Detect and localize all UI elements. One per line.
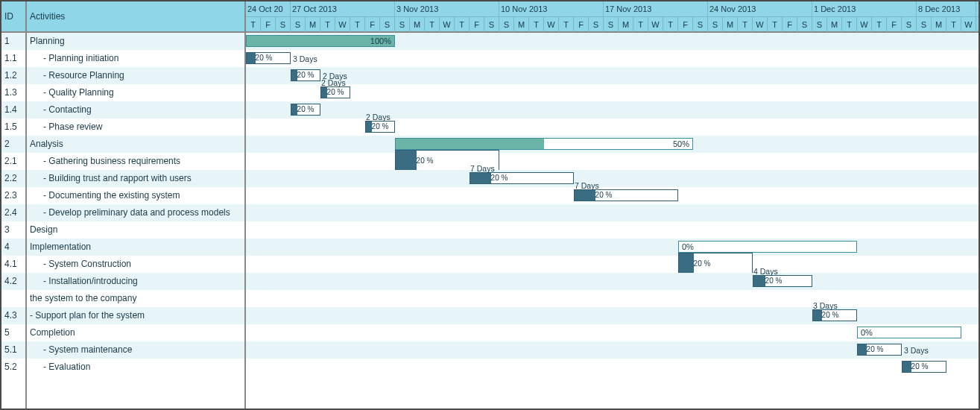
row-id: 1.5: [1, 119, 25, 136]
row-id: 2.4: [1, 204, 25, 221]
day-header: S: [797, 17, 812, 32]
week-header: 24 Oct 20: [246, 1, 291, 16]
column-header-id: ID: [1, 1, 27, 31]
timeline-row: 20 %3 Days: [246, 50, 979, 67]
duration-label: 2 Days: [366, 113, 391, 122]
progress-label: 20 %: [470, 173, 573, 183]
row-activity: - Evaluation: [27, 359, 244, 376]
gantt-header: ID Activities 24 Oct 2027 Oct 20133 Nov …: [1, 1, 979, 33]
week-header: 17 Nov 2013: [604, 1, 708, 16]
row-id: [1, 290, 25, 307]
day-header: W: [335, 17, 350, 32]
timeline-row: 20 %2 Days: [246, 119, 979, 136]
day-header: T: [738, 17, 753, 32]
row-activity: - Resource Planning: [27, 67, 244, 84]
row-activity: - System maintenance: [27, 341, 244, 359]
day-header: M: [723, 17, 738, 32]
day-header: S: [693, 17, 708, 32]
task-bar[interactable]: 20 %2 Days: [365, 121, 395, 133]
task-bar[interactable]: 20 %4 Days: [753, 275, 812, 287]
timeline-row: 20 %4 Days: [246, 273, 979, 290]
row-activity: - Planning initiation: [27, 50, 244, 67]
row-activity: Completion: [27, 324, 244, 341]
progress-label: 20 %: [291, 104, 320, 114]
timeline-row: [246, 221, 979, 239]
duration-label: 3 Days: [293, 54, 317, 63]
timeline-row: 20 %: [246, 359, 979, 376]
row-id: 4.2: [1, 273, 25, 290]
day-header: M: [619, 17, 633, 32]
row-id: 2: [1, 136, 25, 153]
row-id: 2.1: [1, 153, 25, 170]
day-header: T: [633, 17, 648, 32]
id-column: 11.11.21.31.41.522.12.22.32.4344.14.24.3…: [1, 33, 27, 409]
activities-column: Planning- Planning initiation- Resource …: [27, 33, 246, 409]
row-id: 3: [1, 221, 25, 239]
row-activity: Design: [27, 221, 244, 239]
task-bar[interactable]: 20 %: [678, 253, 753, 275]
timeline-row: 20 %2 Days: [246, 84, 979, 101]
row-activity: - System Construction: [27, 256, 244, 273]
progress-label: 20 %: [679, 253, 752, 274]
day-header: F: [678, 17, 693, 32]
summary-bar[interactable]: 100%: [246, 35, 395, 47]
day-header: T: [872, 17, 887, 32]
duration-label: 3 Days: [813, 301, 838, 310]
day-header: S: [917, 17, 932, 32]
task-bar[interactable]: 20 %2 Days: [320, 86, 350, 98]
day-header: W: [544, 17, 559, 32]
timeline-row: 20 %7 Days: [246, 187, 979, 204]
task-bar[interactable]: 20 %3 Days: [812, 309, 857, 321]
task-bar[interactable]: 20 %2 Days: [291, 69, 320, 81]
task-bar[interactable]: 20 %3 Days: [857, 344, 902, 356]
day-header: S: [276, 17, 291, 32]
timeline-row: 20 %2 Days: [246, 67, 979, 84]
timeline-header: 24 Oct 2027 Oct 20133 Nov 201310 Nov 201…: [246, 1, 979, 31]
timeline-row: [246, 290, 979, 307]
task-bar[interactable]: 20 %3 Days: [246, 52, 291, 64]
day-header: M: [514, 17, 529, 32]
row-id: 1: [1, 33, 25, 50]
gantt-chart: ID Activities 24 Oct 2027 Oct 20133 Nov …: [0, 0, 980, 410]
summary-bar[interactable]: 50%: [395, 138, 693, 150]
day-header: F: [365, 17, 380, 32]
progress-label: 20 %: [858, 344, 901, 354]
row-id: 2.3: [1, 187, 25, 204]
task-bar[interactable]: 20 %7 Days: [470, 172, 574, 184]
duration-label: 4 Days: [753, 267, 778, 276]
summary-bar[interactable]: 0%: [678, 241, 857, 253]
row-activity: - Contacting: [27, 101, 244, 119]
duration-label: 7 Days: [575, 181, 599, 190]
row-activity: the system to the company: [27, 290, 244, 307]
day-header: M: [306, 17, 320, 32]
day-header: F: [887, 17, 902, 32]
task-bar[interactable]: 20 %7 Days: [574, 189, 678, 201]
summary-bar[interactable]: 0%: [857, 327, 961, 338]
row-id: 1.3: [1, 84, 25, 101]
progress-label: 0%: [861, 327, 958, 338]
day-header: T: [768, 17, 783, 32]
progress-label: 20 %: [247, 53, 290, 63]
progress-label: 100%: [370, 36, 391, 46]
day-header: F: [261, 17, 276, 32]
duration-label: 7 Days: [470, 164, 495, 173]
row-id: 4.3: [1, 307, 25, 324]
day-header: T: [663, 17, 678, 32]
row-activity: - Documenting the existing system: [27, 187, 244, 204]
row-id: 5: [1, 324, 25, 341]
progress-label: 20 %: [813, 310, 856, 320]
day-header: T: [350, 17, 365, 32]
day-header: M: [410, 17, 425, 32]
timeline-row: 20 %: [246, 256, 979, 273]
day-header: S: [380, 17, 395, 32]
gantt-body: 11.11.21.31.41.522.12.22.32.4344.14.24.3…: [1, 33, 979, 409]
row-activity: - Gathering business requirements: [27, 153, 244, 170]
task-bar[interactable]: 20 %: [902, 361, 946, 373]
day-header: S: [291, 17, 306, 32]
timeline-row: 50%: [246, 136, 979, 153]
progress-label: 0%: [682, 242, 853, 252]
day-header: W: [648, 17, 663, 32]
task-bar[interactable]: 20 %: [291, 104, 320, 116]
day-header: T: [246, 17, 261, 32]
row-id: 4.1: [1, 256, 25, 273]
